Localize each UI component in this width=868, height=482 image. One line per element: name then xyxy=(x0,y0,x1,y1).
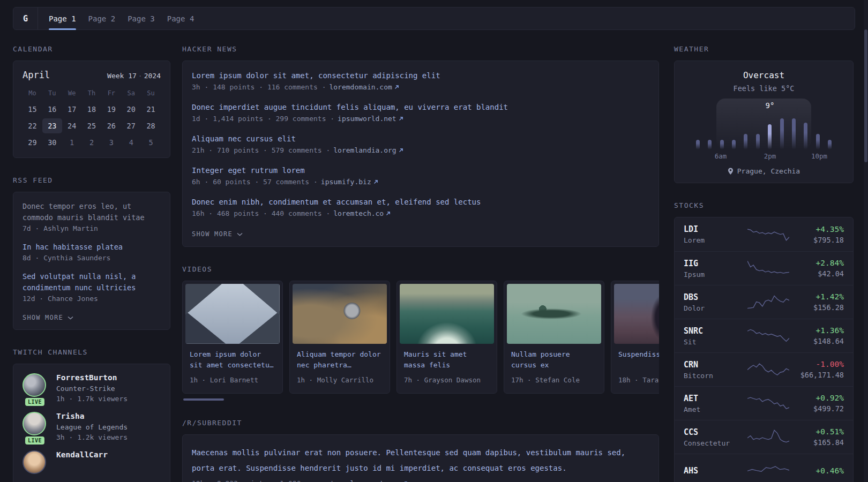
calendar-day-header: Sa xyxy=(121,89,141,97)
rss-item-title[interactable]: Sed volutpat nulla nisl, a condimentum n… xyxy=(23,271,161,293)
twitch-section: TWITCH CHANNELS LIVEForrestBurtonCounter… xyxy=(13,348,170,482)
hackernews-item-domain: loremtech.co xyxy=(333,209,384,217)
twitch-channel-name[interactable]: KendallCarr xyxy=(56,450,108,459)
stock-change: +0.51% xyxy=(792,427,844,436)
window-scrollbar-thumb[interactable] xyxy=(864,29,867,162)
weather-hour-bar xyxy=(768,124,772,149)
hackernews-item-title[interactable]: Donec enim nibh, condimentum et accumsan… xyxy=(192,197,481,207)
video-title[interactable]: Mauris sit amet massa felis xyxy=(404,349,490,370)
video-title[interactable]: Lorem ipsum dolor sit amet consectetu… xyxy=(190,349,275,370)
video-title[interactable]: Nullam posuere cursus ex xyxy=(511,349,597,370)
stock-name: Lorem xyxy=(684,236,744,244)
stock-sparkline xyxy=(744,394,792,413)
dashboard-page: G Page 1Page 2Page 3Page 4 CALENDAR Apri… xyxy=(0,0,868,482)
stock-row[interactable]: LDILorem+4.35%$795.18 xyxy=(675,217,853,251)
stock-sparkline xyxy=(744,427,792,447)
hackernews-item-title[interactable]: Integer eget rutrum lorem xyxy=(192,165,305,176)
stock-row[interactable]: IIGIpsum+2.84%$42.04 xyxy=(675,251,853,285)
tab-page-4[interactable]: Page 4 xyxy=(167,7,194,29)
right-column: WEATHER Overcast Feels like 5°C 9° 6am2p… xyxy=(674,30,854,482)
stock-price: $165.84 xyxy=(792,438,844,447)
video-card[interactable]: Suspendisse diam18h · Tara xyxy=(611,281,659,394)
tab-page-1[interactable]: Page 1 xyxy=(49,7,76,29)
hackernews-item-domain-link[interactable]: loremlandia.org xyxy=(333,146,403,154)
rss-widget: Donec tempor eros leo, ut commodo mauris… xyxy=(13,192,170,330)
stock-name: Dolor xyxy=(684,304,744,312)
calendar-day: 15 xyxy=(23,102,42,117)
stock-identity: IIGIpsum xyxy=(684,259,744,278)
calendar-day: 5 xyxy=(141,135,161,150)
video-card[interactable]: Aliquam tempor dolor nec pharetra…1h · M… xyxy=(289,281,390,394)
middle-column: HACKER NEWS Lorem ipsum dolor sit amet, … xyxy=(182,30,659,482)
twitch-channel-meta: 1h · 1.7k viewers xyxy=(56,395,128,403)
stock-row[interactable]: CCSConsectetur+0.51%$165.84 xyxy=(675,420,853,454)
hackernews-item-domain-link[interactable]: ipsumworld.net xyxy=(338,115,403,123)
video-thumbnail xyxy=(293,284,387,344)
external-link-icon xyxy=(386,211,391,216)
external-link-icon xyxy=(399,116,403,121)
stock-row[interactable]: AHS+0.46% xyxy=(675,454,853,482)
subreddit-post-title[interactable]: Maecenas mollis pulvinar erat non posuer… xyxy=(192,445,649,476)
tab-page-3[interactable]: Page 3 xyxy=(128,7,155,29)
weather-hour-bar xyxy=(708,140,712,149)
hackernews-item-domain-link[interactable]: loremtech.co xyxy=(333,209,391,217)
hackernews-item-stats: 16h · 468 points · 440 comments · xyxy=(192,209,330,217)
weather-hour-bar xyxy=(696,140,700,149)
weather-condition: Overcast xyxy=(684,70,843,80)
twitch-channel-name[interactable]: Trisha xyxy=(56,412,128,420)
avatar xyxy=(23,412,46,435)
stock-row[interactable]: SNRCSit+1.36%$148.64 xyxy=(675,319,853,352)
twitch-list: LIVEForrestBurtonCounter-Strike1h · 1.7k… xyxy=(23,373,161,474)
stock-row[interactable]: DBSDolor+1.42%$156.28 xyxy=(675,285,853,319)
video-card[interactable]: Mauris sit amet massa felis7h · Grayson … xyxy=(396,281,497,394)
subreddit-post-domain-link[interactable]: loremnet.xyz xyxy=(350,479,408,482)
tab-page-2[interactable]: Page 2 xyxy=(88,7,116,29)
weather-hourly-chart: 9° xyxy=(696,99,832,149)
hackernews-item-title[interactable]: Aliquam nec cursus elit xyxy=(192,134,296,144)
hackernews-item-domain-link[interactable]: ipsumify.biz xyxy=(321,178,378,186)
app-logo[interactable]: G xyxy=(13,7,38,29)
twitch-channel-item[interactable]: KendallCarr xyxy=(23,450,161,474)
twitch-channel-item[interactable]: LIVETrishaLeague of Legends3h · 1.2k vie… xyxy=(23,412,161,441)
stock-identity: CCSConsectetur xyxy=(684,427,744,447)
hackernews-item-stats: 21h · 710 points · 579 comments · xyxy=(192,146,330,154)
stock-row[interactable]: AETAmet+0.92%$499.72 xyxy=(675,386,853,420)
video-title[interactable]: Suspendisse diam xyxy=(618,349,659,370)
rss-section: RSS FEED Donec tempor eros leo, ut commo… xyxy=(13,176,170,330)
calendar-day: 4 xyxy=(121,135,141,150)
weather-current-temp: 9° xyxy=(766,101,775,110)
sparkline-chart xyxy=(747,461,789,480)
stock-symbol: CCS xyxy=(684,427,744,437)
stock-identity: LDILorem xyxy=(684,224,744,244)
chevron-down-icon xyxy=(68,316,73,320)
left-column: CALENDAR April Week 17·2024 MoTuWeThFrSa… xyxy=(13,30,170,482)
twitch-channel-name[interactable]: ForrestBurton xyxy=(56,373,128,382)
video-meta: 1h · Molly Carrillo xyxy=(297,376,383,384)
video-title[interactable]: Aliquam tempor dolor nec pharetra… xyxy=(297,349,383,370)
subreddit-post-domain: loremnet.xyz xyxy=(350,479,401,482)
stock-row[interactable]: CRNBitcorn-1.00%$66,171.48 xyxy=(675,352,853,386)
calendar-day: 18 xyxy=(82,102,102,117)
rss-item: Sed volutpat nulla nisl, a condimentum n… xyxy=(23,271,161,303)
rss-item-meta: 8d · Cynthia Saunders xyxy=(23,254,161,262)
rss-item-title[interactable]: Donec tempor eros leo, ut commodo mauris… xyxy=(23,201,161,223)
calendar-section: CALENDAR April Week 17·2024 MoTuWeThFrSa… xyxy=(13,45,170,158)
window-scrollbar-track[interactable] xyxy=(864,0,868,482)
hackernews-item-domain-link[interactable]: loremdomain.com xyxy=(329,83,399,91)
sparkline-chart xyxy=(747,326,789,345)
stock-name: Ipsum xyxy=(684,270,744,278)
hackernews-item-title[interactable]: Donec imperdiet augue tincidunt felis al… xyxy=(192,102,508,112)
rss-show-more-button[interactable]: SHOW MORE xyxy=(23,314,73,321)
video-card[interactable]: Lorem ipsum dolor sit amet consectetu…1h… xyxy=(182,281,283,394)
video-thumbnail xyxy=(400,284,494,344)
stock-sparkline xyxy=(744,461,792,480)
hackernews-show-more-button[interactable]: SHOW MORE xyxy=(192,230,243,238)
videos-scrollbar-thumb[interactable] xyxy=(183,398,224,401)
top-navbar: G Page 1Page 2Page 3Page 4 xyxy=(13,7,855,30)
twitch-channel-item[interactable]: LIVEForrestBurtonCounter-Strike1h · 1.7k… xyxy=(23,373,161,403)
rss-item-title[interactable]: In hac habitasse platea xyxy=(23,242,161,253)
stock-price: $148.64 xyxy=(792,337,844,345)
stock-values: +4.35%$795.18 xyxy=(792,225,844,244)
hackernews-item-title[interactable]: Lorem ipsum dolor sit amet, consectetur … xyxy=(192,71,440,81)
video-card[interactable]: Nullam posuere cursus ex17h · Stefan Col… xyxy=(504,281,604,394)
